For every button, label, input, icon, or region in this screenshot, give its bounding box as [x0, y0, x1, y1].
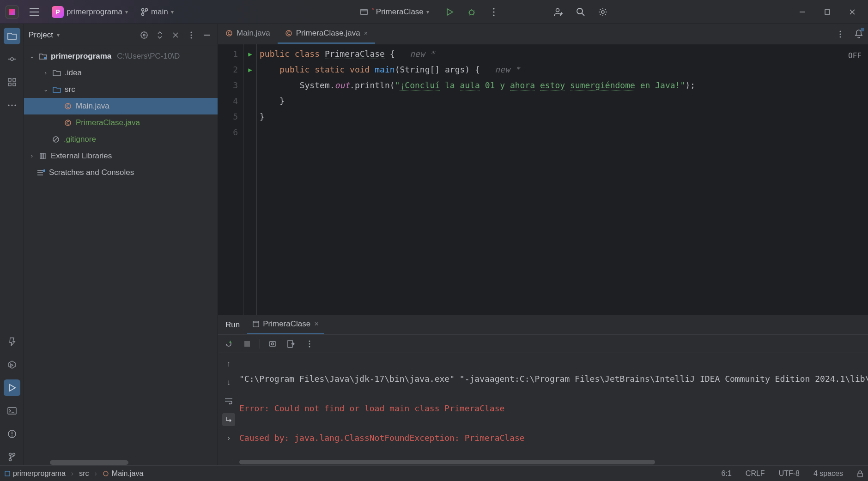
vcs-branch-selector[interactable]: main ▾	[137, 6, 177, 18]
close-tab-icon[interactable]: ×	[364, 30, 368, 37]
services-tool-button[interactable]	[4, 356, 20, 373]
search-everywhere-button[interactable]	[572, 4, 589, 20]
run-tool-button[interactable]	[4, 379, 20, 396]
svg-point-10	[577, 8, 583, 14]
svg-rect-3	[361, 9, 367, 15]
scroll-to-end-button[interactable]	[222, 413, 235, 426]
chevron-down-icon[interactable]: ▾	[57, 32, 60, 38]
vcs-tool-button[interactable]	[4, 449, 20, 465]
run-line-icon[interactable]: ▶	[244, 46, 256, 62]
breadcrumb-item: Main.java	[112, 469, 143, 478]
editor-options-button[interactable]	[831, 24, 850, 44]
exit-button[interactable]	[285, 338, 297, 350]
run-tab-primera[interactable]: PrimeraClase ×	[247, 315, 324, 334]
svg-point-28	[9, 453, 11, 456]
inspection-off-badge[interactable]: OFF	[848, 48, 862, 64]
run-output[interactable]: "C:\Program Files\Java\jdk-17\bin\java.e…	[239, 353, 868, 459]
project-panel: Project ▾ ⌄ primerprograma C:\Users\PC-1…	[24, 24, 218, 465]
code-with-me-button[interactable]	[550, 4, 567, 20]
hide-panel-button[interactable]	[201, 29, 213, 41]
tree-folder-src[interactable]: ⌄ src	[24, 81, 218, 98]
dump-threads-button[interactable]	[267, 338, 279, 350]
source-folder-icon	[53, 86, 61, 93]
project-tree[interactable]: ⌄ primerprograma C:\Users\PC-10\D › .ide…	[24, 46, 218, 460]
close-tab-icon[interactable]: ×	[314, 319, 319, 329]
application-icon	[360, 8, 368, 16]
tree-scratches[interactable]: Scratches and Consoles	[24, 164, 218, 181]
tab-primera-java[interactable]: PrimeraClase.java ×	[278, 24, 375, 44]
svg-rect-65	[858, 473, 862, 477]
java-class-icon	[225, 30, 233, 37]
readonly-lock-icon[interactable]	[857, 470, 863, 477]
horizontal-scrollbar[interactable]	[24, 460, 218, 465]
expand-collapse-button[interactable]	[154, 29, 166, 41]
tree-external-libraries[interactable]: › External Libraries	[24, 148, 218, 164]
java-class-icon	[64, 119, 72, 126]
svg-rect-56	[244, 341, 250, 347]
scroll-down-button[interactable]: ↓	[222, 376, 235, 389]
project-tool-button[interactable]	[4, 28, 20, 44]
project-name-label: primerprograma	[67, 7, 122, 17]
tree-file-main-java[interactable]: Main.java	[24, 98, 218, 114]
tree-file-gitignore[interactable]: .gitignore	[24, 131, 218, 148]
caret-position[interactable]: 6:1	[722, 469, 732, 478]
commit-tool-button[interactable]	[4, 51, 20, 67]
svg-point-32	[143, 34, 145, 36]
run-line-icon[interactable]: ▶	[244, 62, 256, 78]
tree-item-label: PrimeraClase.java	[76, 118, 140, 127]
svg-point-8	[493, 14, 494, 16]
terminal-tool-button[interactable]	[4, 403, 20, 419]
chevron-down-icon: ▾	[426, 9, 429, 15]
editor-body[interactable]: 1 2 3 4 5 6 ▶ ▶ public class PrimeraClas…	[218, 44, 868, 315]
expand-side-button[interactable]: ›	[222, 432, 235, 445]
rerun-button[interactable]	[223, 338, 235, 350]
code-area[interactable]: public class PrimeraClase { new * public…	[257, 44, 868, 315]
app-menu-icon[interactable]	[4, 4, 20, 20]
more-tool-button[interactable]	[4, 97, 20, 114]
indent-setting[interactable]: 4 spaces	[813, 469, 843, 478]
breadcrumb[interactable]: primerprograma › src › Main.java	[5, 469, 143, 478]
settings-button[interactable]	[595, 4, 611, 20]
select-opened-file-button[interactable]	[138, 29, 150, 41]
debug-button[interactable]	[463, 4, 480, 20]
tree-file-primera-java[interactable]: PrimeraClase.java	[24, 114, 218, 131]
build-tool-button[interactable]	[4, 333, 20, 350]
tree-root-path: C:\Users\PC-10\D	[117, 52, 180, 61]
close-button[interactable]	[840, 3, 864, 21]
soft-wrap-button[interactable]	[222, 395, 235, 408]
branch-icon	[141, 8, 148, 16]
run-side-toolbar: ↑ ↓ ›	[218, 353, 239, 459]
run-configuration-selector[interactable]: × PrimeraClase ▾	[357, 6, 433, 18]
maximize-button[interactable]	[815, 3, 839, 21]
stop-button[interactable]	[241, 338, 253, 350]
scroll-up-button[interactable]: ↑	[222, 358, 235, 371]
svg-point-30	[9, 459, 11, 461]
line-gutter: 1 2 3 4 5 6	[218, 44, 244, 315]
notifications-button[interactable]	[850, 24, 868, 44]
svg-point-50	[286, 30, 291, 36]
tab-main-java[interactable]: Main.java	[218, 24, 278, 44]
more-actions-button[interactable]	[486, 4, 502, 20]
svg-point-49	[226, 30, 232, 36]
run-horizontal-scrollbar[interactable]	[239, 459, 868, 465]
svg-rect-44	[44, 153, 45, 159]
svg-point-62	[309, 346, 310, 347]
minimize-button[interactable]	[790, 3, 814, 21]
file-encoding[interactable]: UTF-8	[779, 469, 800, 478]
problems-tool-button[interactable]	[4, 426, 20, 442]
svg-point-52	[840, 33, 841, 35]
svg-point-53	[840, 36, 841, 37]
tree-root[interactable]: ⌄ primerprograma C:\Users\PC-10\D	[24, 48, 218, 65]
panel-options-button[interactable]	[185, 29, 197, 41]
run-more-button[interactable]	[303, 338, 316, 350]
hamburger-icon[interactable]	[26, 4, 42, 20]
run-toolbar	[218, 335, 868, 353]
tree-folder-idea[interactable]: › .idea	[24, 65, 218, 81]
svg-point-48	[43, 169, 45, 172]
structure-tool-button[interactable]	[4, 74, 20, 90]
project-selector[interactable]: P primerprograma ▾	[48, 4, 132, 20]
line-separator[interactable]: CRLF	[746, 469, 765, 478]
svg-line-41	[54, 138, 58, 141]
run-button[interactable]	[441, 4, 458, 20]
collapse-all-button[interactable]	[170, 29, 182, 41]
